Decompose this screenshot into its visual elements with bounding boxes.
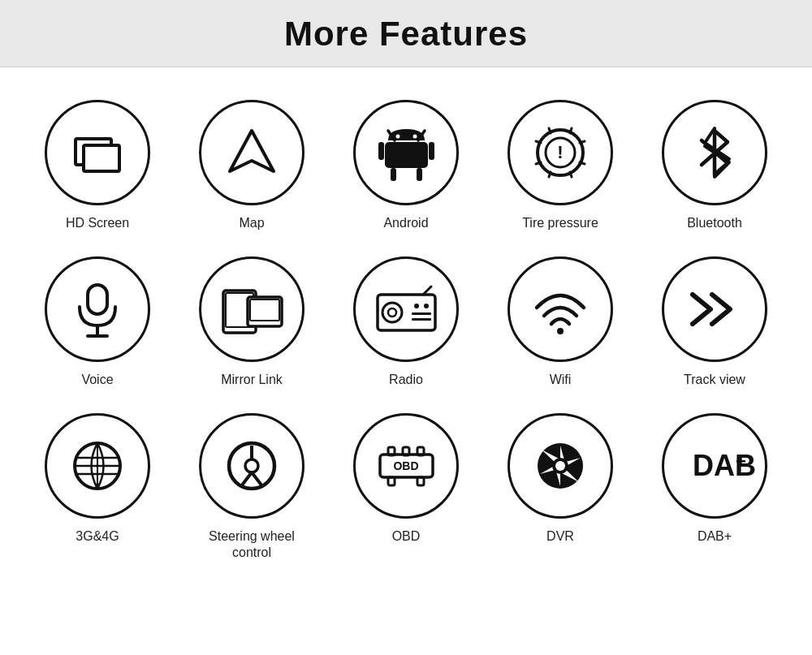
dab-icon: DAB + — [662, 413, 767, 519]
dab-label: DAB+ — [698, 528, 732, 545]
track-view-label: Track view — [684, 372, 745, 389]
3g4g-icon — [45, 413, 150, 519]
feature-3g4g: 3G&4G — [24, 413, 171, 562]
svg-line-19 — [580, 162, 585, 164]
svg-point-32 — [388, 308, 396, 317]
svg-line-20 — [549, 172, 551, 177]
svg-point-38 — [557, 328, 564, 334]
svg-line-17 — [580, 141, 585, 143]
radio-icon — [353, 256, 459, 362]
feature-dvr: DVR — [487, 413, 633, 562]
feature-voice: Voice — [24, 256, 171, 389]
svg-line-15 — [570, 128, 572, 133]
svg-rect-52 — [417, 447, 424, 455]
feature-bluetooth: Bluetooth — [641, 100, 788, 232]
radio-label: Radio — [389, 372, 423, 389]
hd-screen-label: HD Screen — [66, 215, 129, 232]
feature-mirror-link: Mirror Link — [179, 256, 325, 389]
svg-rect-36 — [412, 318, 431, 321]
feature-dab: DAB + DAB+ — [641, 413, 788, 562]
obd-label: OBD — [392, 528, 421, 545]
voice-icon — [45, 256, 150, 362]
map-label: Map — [239, 215, 264, 232]
dvr-icon — [508, 413, 613, 519]
feature-hd-screen: HD Screen — [24, 100, 171, 232]
svg-rect-7 — [385, 142, 428, 168]
svg-text:!: ! — [557, 142, 563, 162]
tire-pressure-icon: ! — [508, 100, 613, 205]
svg-rect-11 — [417, 168, 422, 181]
feature-wifi: Wifi — [487, 256, 633, 389]
android-label: Android — [383, 215, 428, 232]
svg-rect-51 — [403, 447, 409, 455]
svg-rect-35 — [412, 312, 431, 315]
svg-text:DAB: DAB — [693, 449, 756, 482]
wifi-icon — [508, 256, 613, 362]
svg-point-31 — [382, 303, 402, 322]
svg-line-14 — [549, 128, 551, 133]
feature-tire-pressure: ! Tire pressure — [487, 100, 633, 232]
svg-rect-50 — [388, 447, 395, 455]
svg-rect-23 — [88, 285, 107, 314]
svg-rect-1 — [84, 145, 119, 171]
mirror-link-label: Mirror Link — [221, 372, 283, 389]
svg-rect-10 — [391, 168, 396, 181]
svg-rect-55 — [417, 477, 424, 485]
svg-point-5 — [395, 134, 400, 138]
wifi-label: Wifi — [550, 372, 572, 389]
svg-point-34 — [424, 304, 429, 308]
feature-map: Map — [179, 100, 325, 232]
dvr-label: DVR — [546, 528, 574, 545]
page-header: More Features — [0, 0, 812, 67]
bluetooth-icon — [662, 100, 767, 205]
android-icon — [353, 100, 459, 205]
svg-line-18 — [536, 162, 541, 164]
svg-point-6 — [412, 134, 417, 138]
svg-marker-2 — [230, 131, 274, 171]
svg-point-33 — [414, 304, 419, 308]
svg-point-58 — [555, 461, 565, 471]
svg-line-47 — [241, 472, 252, 486]
svg-rect-9 — [429, 142, 434, 160]
svg-point-45 — [245, 459, 258, 472]
obd-icon: OBD — [353, 413, 459, 519]
svg-text:+: + — [736, 451, 746, 472]
features-grid: HD Screen Map — [0, 67, 812, 586]
feature-steering-wheel: Steering wheel control — [179, 413, 325, 562]
svg-line-16 — [536, 141, 541, 143]
svg-rect-8 — [378, 142, 384, 160]
svg-rect-54 — [388, 477, 395, 485]
svg-line-48 — [252, 472, 262, 486]
3g4g-label: 3G&4G — [76, 528, 119, 545]
mirror-link-icon — [199, 256, 304, 362]
feature-radio: Radio — [333, 256, 479, 389]
svg-rect-28 — [248, 297, 282, 326]
page-title: More Features — [0, 15, 812, 54]
steering-wheel-label: Steering wheel control — [209, 528, 295, 562]
svg-line-21 — [570, 172, 572, 177]
tire-pressure-label: Tire pressure — [522, 215, 598, 232]
feature-obd: OBD OBD — [333, 413, 479, 562]
hd-screen-icon — [45, 100, 150, 205]
map-icon — [199, 100, 304, 205]
bluetooth-label: Bluetooth — [687, 215, 742, 232]
voice-label: Voice — [81, 372, 113, 389]
steering-wheel-icon — [199, 413, 304, 519]
feature-track-view: Track view — [641, 256, 788, 389]
svg-text:OBD: OBD — [393, 459, 418, 472]
feature-android: Android — [333, 100, 479, 232]
track-view-icon — [662, 256, 767, 362]
